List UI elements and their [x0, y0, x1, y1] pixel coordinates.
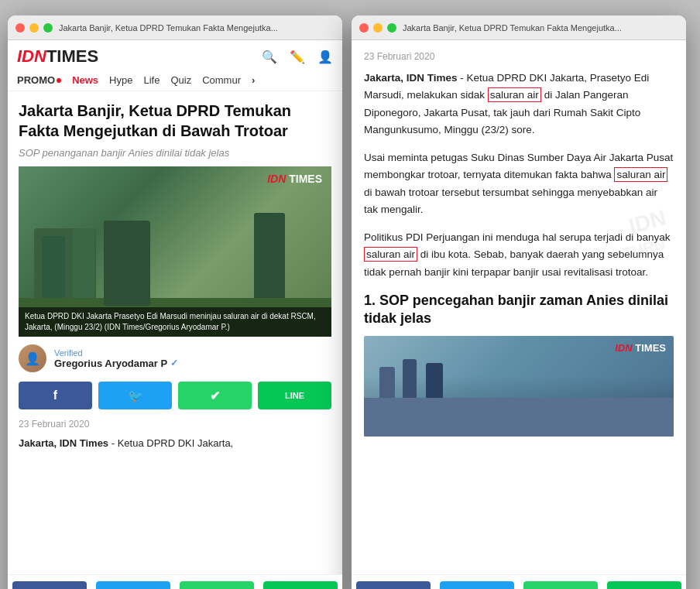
nav-hype[interactable]: Hype [109, 74, 132, 86]
right-para2: Usai meminta petugas Suku Dinas Sumber D… [364, 149, 674, 218]
right-window: Jakarta Banjir, Ketua DPRD Temukan Fakta… [352, 15, 686, 589]
right-hero-logo: IDN TIMES [615, 342, 666, 354]
window-title-right: Jakarta Banjir, Ketua DPRD Temukan Fakta… [403, 23, 622, 33]
nav-commur[interactable]: Commur [202, 74, 241, 86]
bottom-whatsapp-button[interactable]: ✔ [180, 581, 254, 589]
traffic-lights-right [359, 23, 396, 33]
left-article-content: IDN TIMES 🔍 ✏️ 👤 PROMO News Hype L [8, 40, 342, 574]
maximize-button[interactable] [43, 23, 53, 33]
facebook-share-button[interactable]: f [19, 382, 92, 409]
right-maximize-button[interactable] [387, 23, 396, 33]
social-share-buttons: f 🐦 ✔ LINE [19, 382, 331, 409]
right-bottom-facebook-button[interactable]: f [356, 581, 431, 589]
site-logo[interactable]: IDN TIMES [17, 46, 98, 67]
bottom-twitter-button[interactable]: 🐦 [96, 581, 170, 589]
left-window: Jakarta Banjir, Ketua DPRD Temukan Fakta… [8, 15, 342, 589]
search-icon[interactable]: 🔍 [262, 50, 277, 64]
right-bottom-bar: f 🐦 ✔ LINE [352, 574, 686, 589]
article-body: Jakarta Banjir, Ketua DPRD Temukan Fakta… [8, 91, 342, 461]
nav-news[interactable]: News [72, 74, 98, 86]
hero-image: IDN TIMES Ketua DPRD DKI Jakarta Prasety… [19, 166, 331, 337]
bottom-line-button[interactable]: LINE [263, 581, 338, 589]
logo-times: TIMES [46, 46, 98, 67]
article-subtitle: SOP penanganan banjir Anies dinilai tida… [19, 147, 331, 159]
article-source: Jakarta, IDN Times [19, 437, 108, 449]
right-close-button[interactable] [359, 23, 369, 33]
logo-area: IDN TIMES 🔍 ✏️ 👤 [17, 46, 333, 71]
hero-caption: Ketua DPRD DKI Jakarta Prasetyo Edi Mars… [19, 307, 331, 337]
article-intro-text: - Ketua DPRD DKI Jakarta, [112, 437, 234, 449]
right-source-bold: Jakarta, IDN Times [364, 72, 458, 84]
right-title-bar: Jakarta Banjir, Ketua DPRD Temukan Fakta… [352, 15, 686, 40]
right-bottom-line-button[interactable]: LINE [607, 581, 681, 589]
left-title-bar: Jakarta Banjir, Ketua DPRD Temukan Fakta… [8, 15, 342, 40]
site-header: IDN TIMES 🔍 ✏️ 👤 PROMO News Hype L [8, 40, 342, 91]
right-bottom-whatsapp-button[interactable]: ✔ [523, 581, 598, 589]
verified-badge-icon: ✓ [170, 358, 178, 368]
article-title: Jakarta Banjir, Ketua DPRD Temukan Fakta… [19, 101, 331, 141]
section-heading-1: 1. SOP pencegahan banjir zaman Anies din… [364, 292, 674, 328]
nav-bar: PROMO News Hype Life Quiz Commur › [17, 71, 333, 91]
right-article-content: 23 Februari 2020 Jakarta, IDN Times - Ke… [352, 40, 686, 574]
right-minimize-button[interactable] [373, 23, 383, 33]
right-hero-image: IDN TIMES [364, 336, 674, 437]
close-button[interactable] [15, 23, 25, 33]
highlight-saluran-1: saluran air [488, 87, 541, 102]
right-date: 23 Februari 2020 [364, 51, 674, 62]
right-bottom-twitter-button[interactable]: 🐦 [440, 581, 514, 589]
traffic-lights-left [15, 23, 53, 33]
nav-life[interactable]: Life [143, 74, 160, 86]
author-info: Verified Gregorius Aryodamar P ✓ [54, 348, 178, 369]
hero-logo: IDN TIMES [267, 173, 322, 185]
line-share-button[interactable]: LINE [258, 382, 331, 409]
right-article-body: 23 Februari 2020 Jakarta, IDN Times - Ke… [352, 40, 686, 447]
right-para3-wrapper: Politikus PDI Perjuangan ini menduga hal… [364, 229, 674, 281]
nav-promo[interactable]: PROMO [17, 74, 61, 86]
highlight-saluran-2: saluran air [614, 167, 667, 182]
article-intro: Jakarta, IDN Times - Ketua DPRD DKI Jaka… [19, 436, 331, 452]
minimize-button[interactable] [29, 23, 39, 33]
author-avatar: 👤 [19, 344, 46, 372]
article-date: 23 Februari 2020 [19, 419, 331, 430]
header-icons: 🔍 ✏️ 👤 [262, 50, 333, 64]
verified-label: Verified [54, 348, 178, 358]
nav-quiz[interactable]: Quiz [170, 74, 191, 86]
promo-dot [57, 78, 61, 83]
right-para2-post: di bawah trotoar tersebut tersumbat sehi… [364, 187, 657, 215]
nav-more[interactable]: › [252, 74, 255, 86]
user-icon[interactable]: 👤 [317, 50, 333, 64]
whatsapp-share-button[interactable]: ✔ [178, 382, 252, 409]
window-title-left: Jakarta Banjir, Ketua DPRD Temukan Fakta… [59, 23, 278, 33]
logo-idn: IDN [17, 46, 46, 67]
twitter-share-button[interactable]: 🐦 [98, 382, 172, 409]
bottom-facebook-button[interactable]: f [12, 581, 87, 589]
right-para3-pre: Politikus PDI Perjuangan ini menduga hal… [364, 231, 671, 243]
edit-icon[interactable]: ✏️ [290, 50, 305, 64]
right-para1: Jakarta, IDN Times - Ketua DPRD DKI Jaka… [364, 70, 674, 139]
author-row: 👤 Verified Gregorius Aryodamar P ✓ [19, 344, 331, 372]
highlight-saluran-3: saluran air [364, 247, 417, 262]
left-bottom-bar: f 🐦 ✔ LINE [8, 574, 342, 589]
author-name: Gregorius Aryodamar P ✓ [54, 358, 178, 369]
